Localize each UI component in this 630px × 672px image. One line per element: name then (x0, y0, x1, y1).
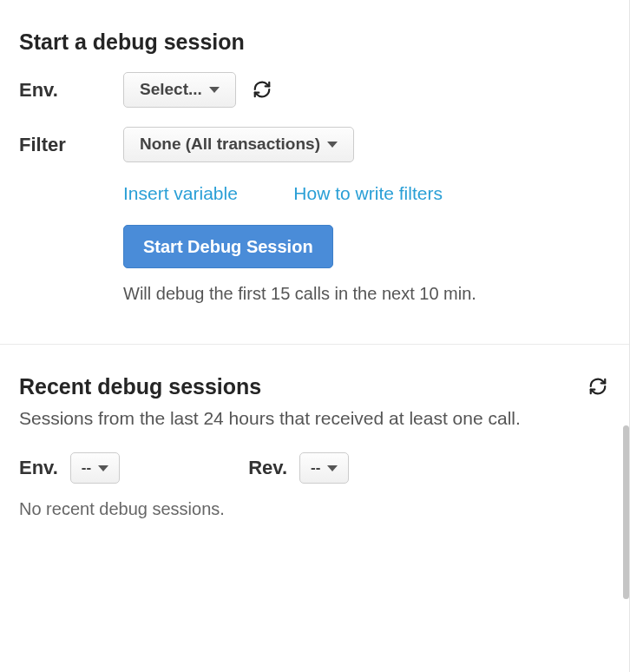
recent-env-label: Env. (19, 457, 58, 479)
debug-helper-text: Will debug the first 15 calls in the nex… (123, 284, 610, 304)
recent-env-select-label: -- (82, 459, 91, 477)
no-recent-sessions-text: No recent debug sessions. (19, 499, 610, 519)
caret-down-icon (327, 465, 338, 471)
recent-filters-row: Env. -- Rev. -- (19, 452, 610, 484)
caret-down-icon (98, 465, 108, 471)
recent-header: Recent debug sessions (19, 374, 610, 399)
start-debug-session-button[interactable]: Start Debug Session (123, 225, 333, 268)
filter-controls: None (All transactions) Insert variable … (123, 127, 610, 304)
env-controls: Select... (123, 72, 610, 108)
caret-down-icon (327, 142, 338, 148)
start-debug-button-label: Start Debug Session (143, 236, 313, 257)
env-row: Env. Select... (19, 72, 610, 108)
env-select-dropdown[interactable]: Select... (123, 72, 236, 108)
refresh-icon[interactable] (586, 374, 610, 399)
recent-rev-select-label: -- (311, 459, 320, 477)
debug-panel: Start a debug session Env. Select... (0, 0, 630, 672)
filter-select-label: None (All transactions) (140, 135, 320, 155)
refresh-icon[interactable] (250, 77, 274, 102)
scrollbar-thumb[interactable] (623, 425, 629, 599)
filter-row: Filter None (All transactions) Insert va… (19, 127, 610, 304)
recent-rev-dropdown[interactable]: -- (299, 452, 349, 484)
start-debug-title: Start a debug session (19, 30, 610, 55)
filter-links-row: Insert variable How to write filters (123, 183, 610, 204)
recent-sessions-section: Recent debug sessions Sessions from the … (0, 345, 629, 525)
how-to-write-filters-link[interactable]: How to write filters (293, 183, 443, 203)
env-select-label: Select... (140, 80, 202, 100)
filter-label: Filter (19, 127, 123, 156)
env-label: Env. (19, 72, 123, 102)
insert-variable-link[interactable]: Insert variable (123, 183, 238, 203)
caret-down-icon (209, 87, 220, 93)
recent-sessions-title: Recent debug sessions (19, 374, 261, 399)
recent-env-dropdown[interactable]: -- (70, 452, 120, 484)
filter-select-dropdown[interactable]: None (All transactions) (123, 127, 354, 162)
start-debug-section: Start a debug session Env. Select... (0, 0, 629, 328)
recent-sessions-subtext: Sessions from the last 24 hours that rec… (19, 405, 574, 432)
recent-rev-label: Rev. (248, 457, 287, 479)
